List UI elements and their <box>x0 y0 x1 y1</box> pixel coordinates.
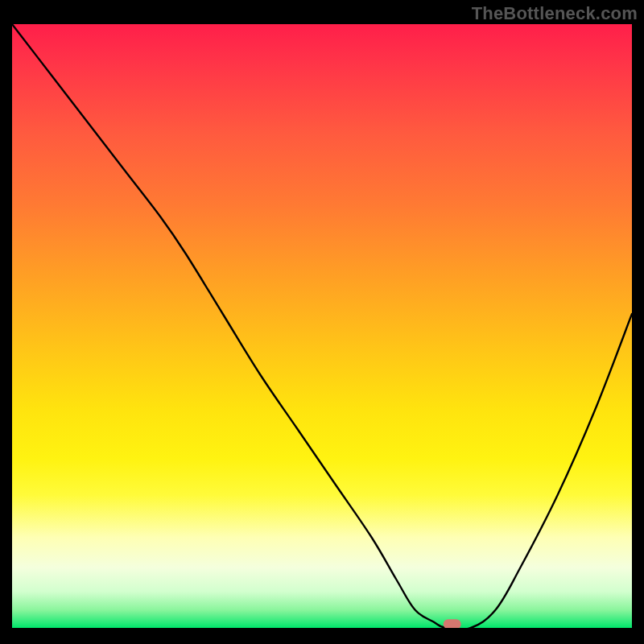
optimum-marker <box>444 619 461 628</box>
plot-area <box>12 24 632 628</box>
bottleneck-curve <box>12 24 632 628</box>
watermark-text: TheBottleneck.com <box>472 3 638 24</box>
curve-svg <box>12 24 632 628</box>
chart-frame: TheBottleneck.com <box>0 0 644 644</box>
